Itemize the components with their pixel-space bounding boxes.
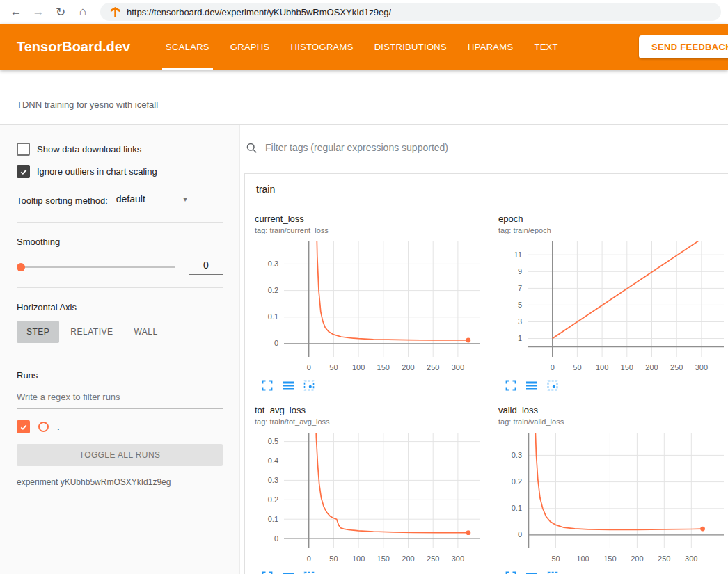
address-bar[interactable]: https://tensorboard.dev/experiment/yKUbh… <box>100 3 721 21</box>
slider-handle[interactable] <box>17 263 25 271</box>
svg-text:0.5: 0.5 <box>268 437 278 445</box>
tab-distributions[interactable]: DISTRIBUTIONS <box>364 24 457 70</box>
chart-tag: tag: train/current_loss <box>255 226 493 234</box>
data-table-icon[interactable] <box>283 571 294 574</box>
charts-grid: current_loss tag: train/current_loss 00.… <box>245 205 728 574</box>
tab-graphs[interactable]: GRAPHS <box>220 24 280 70</box>
divider <box>17 287 223 288</box>
svg-text:150: 150 <box>377 555 390 563</box>
app-header: TensorBoard.dev SCALARS GRAPHS HISTOGRAM… <box>0 24 728 70</box>
slider-track <box>17 266 175 268</box>
svg-text:300: 300 <box>452 363 464 372</box>
expand-chart-icon[interactable] <box>262 571 273 574</box>
tab-scalars[interactable]: SCALARS <box>155 24 220 70</box>
forward-icon[interactable]: → <box>29 3 47 21</box>
wall-button[interactable]: WALL <box>124 321 167 343</box>
svg-text:0.1: 0.1 <box>512 504 522 512</box>
step-button[interactable]: STEP <box>17 321 59 343</box>
svg-text:250: 250 <box>427 555 439 563</box>
section-title: train <box>256 184 275 195</box>
chart-canvas[interactable]: 00.10.20.3050100150200250300 <box>255 237 484 376</box>
settings-sidebar: Show data download links Ignore outliers… <box>0 125 240 574</box>
data-table-icon[interactable] <box>526 380 537 391</box>
svg-text:100: 100 <box>352 555 365 563</box>
chart-title: tot_avg_loss <box>255 405 493 415</box>
train-section-header[interactable]: train <box>245 174 728 205</box>
fit-domain-icon[interactable] <box>547 571 558 574</box>
chart-card: current_loss tag: train/current_loss 00.… <box>249 207 493 398</box>
chart-tag: tag: train/tot_avg_loss <box>255 417 493 426</box>
svg-text:50: 50 <box>329 363 338 372</box>
url-text: https://tensorboard.dev/experiment/yKUbh… <box>127 7 391 17</box>
smoothing-slider[interactable] <box>17 262 175 272</box>
scalars-dashboard: train current_loss tag: train/current_lo… <box>240 125 728 574</box>
svg-text:50: 50 <box>573 363 581 372</box>
tooltip-sorting-select[interactable]: default ▾ <box>115 192 189 209</box>
fit-domain-icon[interactable] <box>547 380 558 391</box>
show-download-links-checkbox[interactable] <box>17 143 30 156</box>
svg-text:11: 11 <box>514 250 522 259</box>
data-table-icon[interactable] <box>283 380 294 391</box>
svg-text:0: 0 <box>274 339 278 347</box>
chevron-down-icon: ▾ <box>183 195 187 204</box>
run-checkbox[interactable] <box>17 420 30 433</box>
chart-title: current_loss <box>255 214 493 224</box>
svg-text:1: 1 <box>518 334 522 342</box>
chart-canvas[interactable]: 00.10.20.350100150200250300 <box>498 429 728 568</box>
svg-text:50: 50 <box>329 555 338 563</box>
send-feedback-button[interactable]: SEND FEEDBACK <box>639 35 728 58</box>
toggle-all-runs-button[interactable]: TOGGLE ALL RUNS <box>17 444 223 466</box>
chart-toolbar <box>262 571 493 574</box>
fit-domain-icon[interactable] <box>303 380 315 391</box>
data-table-icon[interactable] <box>526 571 537 574</box>
chart-canvas[interactable]: 1357911050100150200250300 <box>498 237 728 376</box>
tooltip-sorting-value: default <box>116 193 145 205</box>
filter-tags-input[interactable] <box>264 141 724 154</box>
svg-text:3: 3 <box>518 317 522 326</box>
svg-text:100: 100 <box>576 555 589 563</box>
svg-text:0.1: 0.1 <box>268 312 278 321</box>
back-icon[interactable]: ← <box>7 3 25 21</box>
horizontal-axis-toggle: STEP RELATIVE WALL <box>17 321 223 343</box>
svg-text:300: 300 <box>452 555 464 563</box>
expand-chart-icon[interactable] <box>505 380 516 391</box>
tab-hparams[interactable]: HPARAMS <box>457 24 523 70</box>
ignore-outliers-label: Ignore outliers in chart scaling <box>37 166 157 177</box>
chart-toolbar <box>505 571 728 574</box>
tag-filter-row <box>244 137 728 161</box>
svg-text:0.1: 0.1 <box>268 515 278 523</box>
ignore-outliers-checkbox[interactable] <box>17 165 30 178</box>
run-row[interactable]: . <box>17 420 223 433</box>
svg-text:150: 150 <box>621 363 633 372</box>
chart-card: tot_avg_loss tag: train/tot_avg_loss 00.… <box>249 398 493 574</box>
chart-toolbar <box>262 380 493 391</box>
runs-filter-input[interactable] <box>17 389 223 409</box>
divider <box>17 356 223 356</box>
svg-text:9: 9 <box>518 267 522 276</box>
tab-text[interactable]: TEXT <box>523 24 568 70</box>
fit-domain-icon[interactable] <box>303 571 315 574</box>
svg-text:0.3: 0.3 <box>512 451 522 459</box>
expand-chart-icon[interactable] <box>262 380 273 391</box>
tooltip-sorting-label: Tooltip sorting method: <box>17 196 108 206</box>
chart-canvas[interactable]: 00.10.20.30.40.5050100150200250300 <box>255 429 484 568</box>
svg-text:200: 200 <box>402 363 414 372</box>
reload-icon[interactable]: ↻ <box>52 3 70 21</box>
svg-text:7: 7 <box>518 284 522 292</box>
svg-text:300: 300 <box>685 555 697 563</box>
svg-text:200: 200 <box>645 363 658 372</box>
horizontal-axis-label: Horizontal Axis <box>17 302 223 312</box>
svg-text:0.2: 0.2 <box>512 477 522 486</box>
smoothing-value-input[interactable]: 0 <box>189 260 223 275</box>
dashboard-tabs: SCALARS GRAPHS HISTOGRAMS DISTRIBUTIONS … <box>155 24 569 70</box>
run-color-swatch <box>38 422 49 432</box>
home-icon[interactable]: ⌂ <box>74 3 92 21</box>
expand-chart-icon[interactable] <box>505 571 516 574</box>
run-name: . <box>57 422 60 432</box>
relative-button[interactable]: RELATIVE <box>61 321 122 343</box>
tab-histograms[interactable]: HISTOGRAMS <box>280 24 364 70</box>
app-logo[interactable]: TensorBoard.dev <box>17 24 130 70</box>
runs-label: Runs <box>17 370 223 381</box>
svg-text:250: 250 <box>658 555 670 563</box>
svg-text:0: 0 <box>518 530 522 539</box>
